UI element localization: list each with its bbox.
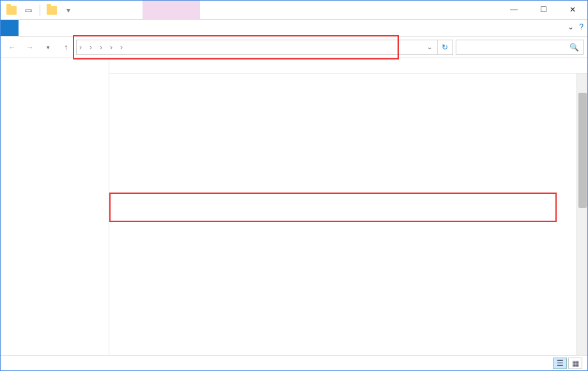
scroll-thumb[interactable] — [578, 93, 587, 208]
ribbon-expand-button[interactable]: ⌄ — [568, 22, 574, 31]
nav-up-button[interactable]: ↑ — [58, 40, 74, 55]
col-type[interactable] — [355, 58, 431, 73]
view-details-button[interactable]: ☰ — [553, 358, 567, 369]
tab-share[interactable] — [36, 20, 54, 36]
nav-tree[interactable] — [1, 58, 109, 358]
ribbon: ⌄ ? — [1, 20, 587, 36]
search-input[interactable]: 🔍 — [456, 40, 584, 55]
minimize-button[interactable]: — — [499, 1, 529, 19]
status-bar: ☰ ▦ — [1, 355, 587, 370]
qat-overflow-btn[interactable]: ▾ — [61, 3, 75, 17]
view-icons-button[interactable]: ▦ — [568, 358, 582, 369]
crumb-thispc[interactable] — [83, 40, 88, 54]
scrollbar[interactable] — [576, 74, 587, 358]
qat-more-btn[interactable] — [45, 3, 59, 17]
crumb-drive[interactable] — [93, 40, 98, 54]
context-tab-header — [143, 1, 200, 20]
col-date[interactable] — [275, 58, 355, 73]
nav-back-button[interactable]: ← — [4, 40, 20, 55]
refresh-button[interactable]: ↻ — [437, 40, 451, 54]
addr-dropdown-button[interactable]: ⌄ — [422, 40, 437, 55]
crumb-bin[interactable] — [124, 40, 129, 54]
nav-forward-button[interactable]: → — [22, 40, 38, 55]
tab-view[interactable] — [54, 20, 72, 36]
nav-history-button[interactable]: ▾ — [40, 40, 56, 55]
address-bar[interactable]: › › › › › ⌄ ↻ — [76, 40, 453, 55]
qat-props-icon[interactable]: ▭ — [21, 3, 35, 17]
search-icon: 🔍 — [569, 43, 579, 52]
tab-file[interactable] — [1, 20, 19, 36]
col-name[interactable] — [109, 58, 275, 73]
crumb-java[interactable] — [104, 40, 109, 54]
column-headers[interactable] — [109, 58, 587, 74]
close-button[interactable]: ✕ — [558, 1, 587, 19]
col-size[interactable] — [431, 58, 489, 73]
crumb-jdk[interactable] — [114, 40, 119, 54]
help-button[interactable]: ? — [579, 22, 584, 31]
tab-home[interactable] — [19, 20, 36, 36]
folder-icon — [4, 3, 19, 17]
maximize-button[interactable]: ☐ — [529, 1, 558, 19]
file-list[interactable] — [109, 74, 587, 358]
